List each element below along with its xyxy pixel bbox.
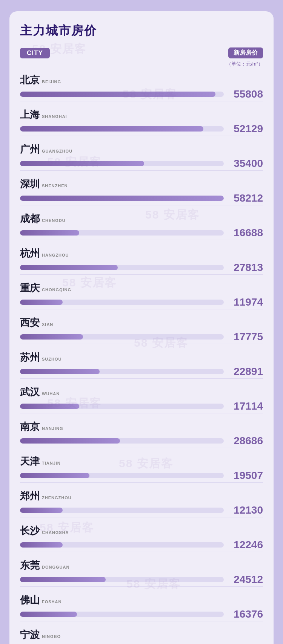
city-en-name: GUANGZHOU [42,149,72,153]
price-value: 24512 [229,574,263,586]
bar-container [20,92,224,97]
price-value: 16376 [229,608,263,620]
price-value: 35400 [229,158,263,170]
list-item: 成都CHENGDU16688 [20,209,263,242]
row-divider [20,205,263,205]
bar-container [20,369,224,374]
bar-container [20,438,224,444]
bar-container [20,300,224,305]
price-value: 52129 [229,123,263,135]
bar-container [20,542,224,548]
city-zh-name: 郑州 [20,490,40,503]
bar-fill [20,473,89,478]
price-value: 28686 [229,435,263,447]
city-zh-name: 东莞 [20,559,40,572]
city-en-name: SHANGHAI [42,114,67,119]
bar-container [20,577,224,582]
city-zh-name: 宁波 [20,628,40,641]
list-item: 武汉WUHAN17114 [20,382,263,416]
row-divider [20,482,263,483]
city-zh-name: 重庆 [20,281,40,295]
bar-fill [20,334,83,340]
list-item: 西安XIAN17775 [20,313,263,346]
city-zh-name: 广州 [20,143,40,156]
list-item: 杭州HANGZHOU27813 [20,244,263,277]
city-en-name: CHONGQING [42,288,71,292]
city-en-name: ZHENGZHOU [42,496,72,500]
city-zh-name: 西安 [20,316,40,329]
city-zh-name: 深圳 [20,177,40,191]
city-en-name: HANGZHOU [42,253,69,257]
bar-fill [20,542,63,548]
city-zh-name: 佛山 [20,594,40,607]
list-item: 东莞DONGGUAN24512 [20,556,263,589]
bar-container [20,265,224,270]
city-en-name: BEIJING [42,80,61,84]
price-value: 12246 [229,539,263,551]
list-item: 宁波NINGBO21801 [20,625,263,644]
row-divider [20,309,263,309]
price-value: 22891 [229,366,263,378]
row-divider [20,413,263,413]
row-divider [20,621,263,621]
city-en-name: FOSHAN [42,600,62,604]
city-zh-name: 天津 [20,455,40,468]
city-en-name: CHANGSHA [42,530,69,535]
city-en-name: TIANJIN [42,461,61,465]
price-value: 17775 [229,331,263,343]
bar-fill [20,230,79,236]
price-value: 19507 [229,470,263,482]
city-en-name: DONGGUAN [42,565,69,569]
list-item: 深圳SHENZHEN58212 [20,174,263,208]
bar-fill [20,161,144,166]
row-divider [20,378,263,379]
bar-container [20,404,224,409]
price-header: 新房房价 [228,47,263,58]
bar-fill [20,300,63,305]
city-list: 北京BEIJING55808上海SHANGHAI52129广州GUANGZHOU… [20,70,263,644]
bar-fill [20,508,63,513]
bar-container [20,161,224,166]
bar-container [20,473,224,478]
bar-fill [20,438,120,444]
row-divider [20,136,263,136]
list-item: 南京NANJING28686 [20,417,263,450]
bar-fill [20,612,77,617]
price-value: 16688 [229,227,263,239]
city-zh-name: 长沙 [20,524,40,537]
bar-container [20,508,224,513]
row-divider [20,552,263,552]
city-zh-name: 武汉 [20,385,40,399]
city-en-name: CHENGDU [42,218,66,223]
city-en-name: NINGBO [42,634,61,639]
header-row: CITY 新房房价 [20,47,263,58]
list-item: 天津TIANJIN19507 [20,452,263,485]
city-zh-name: 南京 [20,420,40,433]
city-en-name: NANJING [42,426,63,431]
list-item: 长沙CHANGSHA12246 [20,521,263,554]
city-en-name: SHENZHEN [42,184,68,188]
bar-fill [20,369,100,374]
bar-fill [20,577,106,582]
list-item: 上海SHANGHAI52129 [20,105,263,138]
city-badge: CITY [20,48,50,58]
city-en-name: WUHAN [42,392,60,396]
city-en-name: SUZHOU [42,357,62,361]
bar-fill [20,196,224,201]
row-divider [20,344,263,344]
list-item: 郑州ZHENGZHOU12130 [20,486,263,520]
row-divider [20,448,263,448]
bar-fill [20,126,203,132]
bar-fill [20,92,215,97]
main-card: 58 安居客 58 安居客 58 安居客 58 安居客 58 安居客 58 安居… [9,11,274,644]
price-value: 12130 [229,504,263,516]
row-divider [20,586,263,587]
bar-container [20,612,224,617]
city-zh-name: 苏州 [20,351,40,364]
unit-label: （单位：元/m²） [20,61,263,67]
price-value: 27813 [229,262,263,274]
list-item: 苏州SUZHOU22891 [20,348,263,381]
city-en-name: XIAN [42,322,53,327]
bar-container [20,196,224,201]
price-value: 58212 [229,192,263,204]
